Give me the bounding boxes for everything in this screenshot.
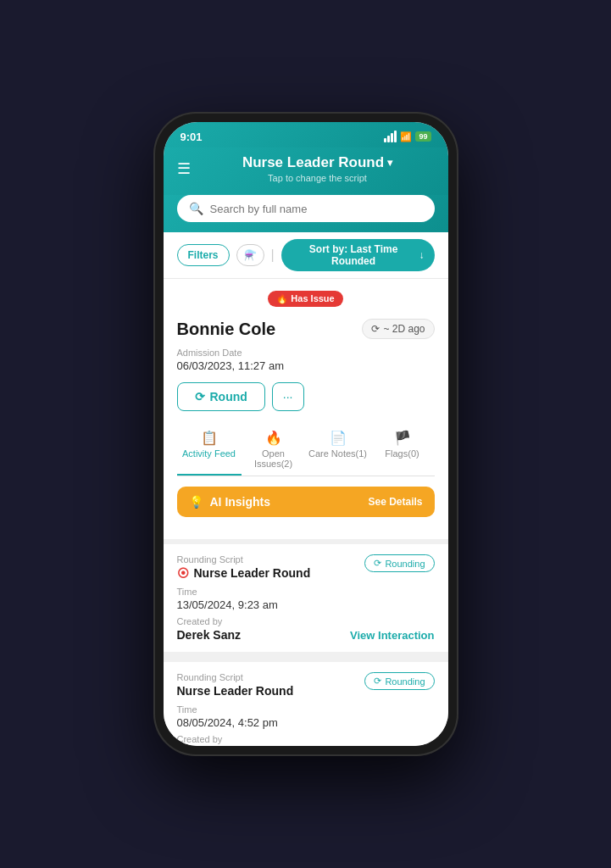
rounding-script-label-2: Rounding Script <box>177 672 294 682</box>
divider: | <box>271 248 275 263</box>
action-buttons: ⟳ Round ··· <box>177 382 435 411</box>
view-interaction-button-1[interactable]: View Interaction <box>350 629 434 642</box>
app-header: ☰ Nurse Leader Round ▾ Tap to change the… <box>164 147 448 195</box>
sort-button[interactable]: Sort by: Last Time Rounded ↓ <box>281 239 435 271</box>
error-dot-icon-1: ⦿ <box>177 566 189 580</box>
tab-open-issues[interactable]: 🔥 Open Issues(2) <box>242 423 306 476</box>
time-value-1: 13/05/2024, 9:23 am <box>177 598 435 611</box>
rounding-badge-icon-2: ⟳ <box>374 676 381 687</box>
patient-tabs: 📋 Activity Feed 🔥 Open Issues(2) 📄 Care … <box>177 423 435 476</box>
rounding-badge-2: ⟳ Rounding <box>364 672 434 690</box>
created-by-row-1: Derek Sanz View Interaction <box>177 628 435 642</box>
admission-date-label: Admission Date <box>177 348 435 358</box>
phone-screen: 9:01 📶 99 ☰ Nurse Leader Round ▾ <box>164 122 448 746</box>
tab-activity-label: Activity Feed <box>182 448 236 459</box>
rounding-badge-1: ⟳ Rounding <box>364 554 434 572</box>
content-area: 🔥 Has Issue Bonnie Cole ⟳ ~ 2D ago Admis… <box>164 279 448 746</box>
search-input[interactable] <box>210 203 423 215</box>
flags-icon: 🏴 <box>394 430 411 446</box>
tab-flags-label: Flags(0) <box>385 448 419 459</box>
interaction-header-2: Rounding Script Nurse Leader Round ⟳ Rou… <box>177 672 435 698</box>
filter-bar: Filters ⚗️ | Sort by: Last Time Rounded … <box>164 232 448 279</box>
phone-frame: 9:01 📶 99 ☰ Nurse Leader Round ▾ <box>153 112 458 756</box>
rounding-badge-icon-1: ⟳ <box>374 558 381 569</box>
hamburger-icon[interactable]: ☰ <box>177 159 191 178</box>
created-by-label-1: Created by <box>177 616 435 626</box>
tab-notes-label: Care Notes(1) <box>308 448 367 459</box>
time-value-2: 08/05/2024, 4:52 pm <box>177 716 435 729</box>
rounding-script-label-1: Rounding Script <box>177 554 311 565</box>
interaction-item-1: Rounding Script ⦿ Nurse Leader Round ⟳ R… <box>164 544 448 657</box>
patient-header: Bonnie Cole ⟳ ~ 2D ago <box>177 319 435 339</box>
header-title[interactable]: Nurse Leader Round ▾ <box>201 154 435 171</box>
interaction-item-2: Rounding Script Nurse Leader Round ⟳ Rou… <box>164 662 448 746</box>
header-subtitle: Tap to change the script <box>201 173 435 183</box>
patient-card: 🔥 Has Issue Bonnie Cole ⟳ ~ 2D ago Admis… <box>164 279 448 544</box>
created-by-label-2: Created by <box>177 734 435 744</box>
time-label-2: Time <box>177 704 435 715</box>
wifi-icon: 📶 <box>400 131 412 142</box>
home-indicator <box>264 729 348 732</box>
open-issues-icon: 🔥 <box>265 430 282 446</box>
created-by-name-1: Derek Sanz <box>177 628 241 642</box>
round-icon: ⟳ <box>371 323 380 335</box>
patient-name: Bonnie Cole <box>177 320 276 339</box>
status-bar: 9:01 📶 99 <box>164 122 448 147</box>
search-icon: 🔍 <box>189 202 203 215</box>
ai-insights-banner[interactable]: 💡 AI Insights See Details <box>177 487 435 517</box>
tab-care-notes[interactable]: 📄 Care Notes(1) <box>306 423 370 476</box>
battery-badge: 99 <box>415 131 430 142</box>
ai-insights-label: AI Insights <box>210 495 271 509</box>
tab-activity-feed[interactable]: 📋 Activity Feed <box>177 423 242 476</box>
tab-flags[interactable]: 🏴 Flags(0) <box>370 423 435 476</box>
round-button[interactable]: ⟳ Round <box>177 382 265 411</box>
more-button[interactable]: ··· <box>272 382 304 411</box>
status-time: 9:01 <box>181 131 203 143</box>
time-label-1: Time <box>177 587 435 597</box>
has-issue-badge: 🔥 Has Issue <box>268 291 342 307</box>
header-center: Nurse Leader Round ▾ Tap to change the s… <box>201 154 435 183</box>
interaction-header-1: Rounding Script ⦿ Nurse Leader Round ⟳ R… <box>177 554 435 580</box>
signal-bars-icon <box>384 131 397 142</box>
admission-date-value: 06/03/2023, 11:27 am <box>177 359 435 372</box>
activity-feed-icon: 📋 <box>201 430 218 446</box>
filter-button[interactable]: Filters <box>177 244 230 266</box>
rounding-script-name-2: Nurse Leader Round <box>177 684 294 698</box>
care-notes-icon: 📄 <box>330 430 347 446</box>
chevron-down-icon: ▾ <box>387 157 392 169</box>
ai-insights-icon: 💡 <box>189 495 203 509</box>
round-btn-icon: ⟳ <box>195 390 205 403</box>
search-bar-container: 🔍 <box>164 195 448 232</box>
ai-insights-left: 💡 AI Insights <box>189 495 271 509</box>
tab-issues-label: Open Issues(2) <box>243 448 304 469</box>
time-ago-badge: ⟳ ~ 2D ago <box>362 319 434 339</box>
filter-alt-icon[interactable]: ⚗️ <box>236 244 264 266</box>
status-icons: 📶 99 <box>384 131 430 142</box>
ai-insights-action[interactable]: See Details <box>368 496 422 508</box>
rounding-script-name-1: ⦿ Nurse Leader Round <box>177 566 311 580</box>
